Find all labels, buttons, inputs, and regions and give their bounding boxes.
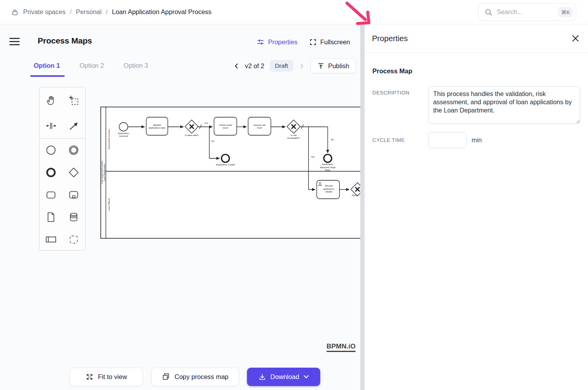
subprocess-tool[interactable]	[62, 183, 85, 206]
close-panel-button[interactable]	[571, 34, 580, 43]
version-bar: v2 of 2 Draft Publish	[233, 58, 356, 74]
tab-option-1[interactable]: Option 1	[34, 62, 60, 69]
task-label: level	[257, 127, 262, 129]
search-box[interactable]: ⌘K	[478, 3, 576, 21]
group-icon	[68, 234, 80, 245]
fit-to-view-button[interactable]: Fit to view	[69, 368, 143, 386]
lasso-tool[interactable]	[62, 87, 85, 113]
next-version-button[interactable]	[299, 63, 305, 69]
data-store-icon	[68, 211, 80, 223]
task-label: details	[325, 190, 332, 193]
space-tool[interactable]	[40, 113, 62, 138]
chevron-right-icon	[299, 63, 305, 69]
publish-button[interactable]: Publish	[310, 58, 356, 73]
properties-panel: Properties Process Map DESCRIPTION This …	[365, 24, 588, 390]
bpmn-diagram[interactable]: Loan Approval Process Loan Department Au…	[100, 106, 360, 240]
fullscreen-icon	[309, 38, 317, 46]
flow-label-yes2: Yes	[311, 156, 315, 158]
global-connect-tool[interactable]	[62, 113, 85, 138]
gateway-tool[interactable]	[62, 161, 85, 183]
description-textarea[interactable]: This process handles the validation, ris…	[428, 86, 580, 124]
gateway-label: acceptable?	[287, 137, 300, 139]
lasso-tool-icon	[68, 95, 79, 106]
tab-option-3[interactable]: Option 3	[123, 62, 148, 69]
hand-tool-icon	[45, 95, 56, 106]
space-tool-icon	[45, 120, 56, 131]
fullscreen-button[interactable]: Fullscreen	[309, 38, 350, 46]
breadcrumb-item-current: Loan Application Approval Process	[112, 8, 212, 16]
participant-tool[interactable]	[40, 228, 62, 250]
download-button-label: Download	[270, 373, 299, 381]
breadcrumb-item-personal[interactable]: Personal	[76, 8, 102, 16]
description-label: DESCRIPTION	[372, 86, 428, 124]
gateway-label: Is data valid?	[185, 134, 199, 136]
properties-panel-title: Properties	[372, 34, 408, 43]
fullscreen-button-label: Fullscreen	[320, 38, 350, 46]
task-label: application	[323, 188, 335, 190]
hand-tool[interactable]	[40, 87, 62, 113]
previous-version-button[interactable]	[233, 63, 240, 69]
properties-panel-header: Properties	[365, 24, 588, 53]
panel-separator[interactable]	[360, 24, 365, 390]
end-event-label: Application	[322, 163, 333, 165]
flow-label-no2: No	[331, 138, 334, 141]
active-tab-underline	[30, 75, 65, 77]
fit-to-view-icon	[85, 373, 94, 381]
copy-process-map-label: Copy process map	[174, 373, 229, 381]
search-input[interactable]	[497, 8, 558, 16]
copy-process-map-button[interactable]: Copy process map	[151, 368, 239, 386]
bpmn-palette	[39, 87, 85, 250]
task-label: Check credit	[219, 124, 232, 126]
download-icon	[258, 373, 266, 381]
breadcrumb: Private spaces / Personal / Loan Applica…	[11, 8, 212, 16]
lock-icon	[11, 8, 19, 16]
task-label: Review	[325, 185, 333, 187]
chevron-down-icon	[303, 375, 309, 379]
bpmn-task-assess-risk-level[interactable]: Assess risk level	[248, 117, 271, 135]
start-event-icon	[45, 144, 57, 156]
end-event-tool[interactable]	[40, 161, 62, 183]
search-shortcut-badge: ⌘K	[558, 7, 573, 17]
top-bar: Private spaces / Personal / Loan Applica…	[0, 0, 588, 24]
gateway-label: Is risk	[290, 134, 297, 136]
hamburger-menu-button[interactable]	[9, 37, 20, 46]
copy-icon	[162, 373, 170, 381]
task-label: Assess risk	[254, 124, 266, 126]
properties-button[interactable]: Properties	[256, 38, 298, 46]
task-label: Validate	[153, 124, 162, 126]
version-text: v2 of 2	[245, 62, 265, 70]
fit-to-view-label: Fit to view	[98, 373, 127, 381]
section-title-process-map: Process Map	[372, 67, 580, 75]
task-label: score	[223, 127, 229, 129]
breadcrumb-item-private-spaces[interactable]: Private spaces	[23, 8, 65, 16]
cycle-time-label: CYCLE TIME	[372, 137, 428, 143]
cycle-time-input[interactable]	[428, 132, 466, 148]
data-object-tool[interactable]	[40, 206, 62, 228]
intermediate-event-tool[interactable]	[62, 139, 85, 161]
download-button[interactable]: Download	[247, 368, 320, 386]
lane-label-automated-system: Automated System	[107, 129, 110, 149]
bpmn-io-watermark[interactable]: BPMN.iO	[327, 343, 356, 352]
start-event-tool[interactable]	[40, 139, 62, 161]
group-tool[interactable]	[62, 228, 85, 250]
start-event-label: Application	[118, 132, 129, 134]
gateway-label: Appro	[352, 194, 358, 196]
end-event-label: Application Invalid	[216, 163, 235, 166]
cycle-time-row: CYCLE TIME min	[372, 132, 580, 148]
breadcrumb-separator: /	[70, 8, 72, 16]
bpmn-task-check-credit-score[interactable]: Check credit score	[214, 117, 237, 135]
data-store-tool[interactable]	[62, 206, 85, 228]
task-tool[interactable]	[40, 183, 62, 206]
page-title: Process Maps	[38, 36, 92, 45]
task-label: application data	[149, 127, 165, 129]
gateway-icon	[68, 167, 80, 178]
header-actions: Properties Fullscreen	[256, 38, 350, 46]
search-icon	[484, 8, 493, 16]
canvas-area: Process Maps Properties Fullscreen Optio…	[0, 24, 360, 390]
app-screen: Private spaces / Personal / Loan Applica…	[0, 0, 588, 390]
bpmn-task-review-application-details[interactable]: Review application details	[317, 180, 339, 199]
bpmn-task-validate-application-data[interactable]: Validate application data	[146, 117, 168, 135]
hamburger-icon	[9, 37, 20, 46]
tab-option-2[interactable]: Option 2	[80, 62, 104, 69]
intermediate-event-icon	[68, 144, 80, 156]
